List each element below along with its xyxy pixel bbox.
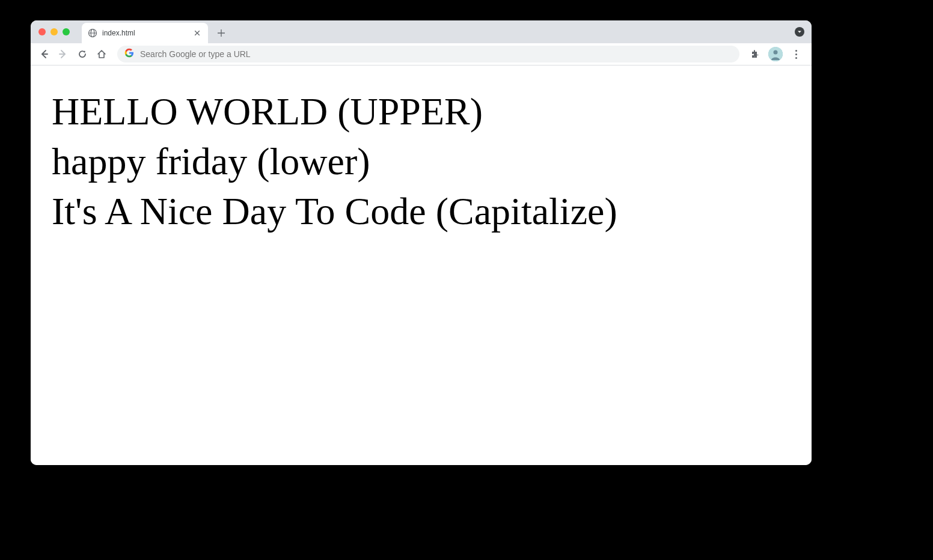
extensions-button[interactable]	[747, 46, 763, 62]
toolbar	[31, 43, 812, 65]
browser-tab[interactable]: index.html	[82, 23, 208, 43]
titlebar: index.html	[31, 20, 812, 43]
minimize-window-button[interactable]	[50, 28, 58, 35]
close-tab-button[interactable]	[192, 28, 202, 38]
heading-capitalize: It's A Nice Day To Code (Capitalize)	[52, 186, 791, 236]
heading-lower: happy friday (lower)	[52, 136, 791, 186]
home-button[interactable]	[93, 46, 110, 62]
titlebar-right	[795, 27, 804, 37]
reload-button[interactable]	[74, 46, 91, 62]
heading-upper: HELLO WORLD (UPPER)	[52, 87, 791, 136]
chrome-menu-button[interactable]	[788, 46, 804, 62]
url-input[interactable]	[140, 49, 732, 59]
browser-window: index.html	[31, 20, 812, 465]
maximize-window-button[interactable]	[63, 28, 70, 35]
globe-icon	[88, 28, 97, 38]
new-tab-button[interactable]	[213, 25, 230, 41]
window-controls	[31, 28, 70, 35]
tab-search-button[interactable]	[795, 27, 804, 37]
forward-button[interactable]	[55, 46, 72, 62]
address-bar[interactable]	[117, 46, 739, 62]
google-icon	[124, 48, 134, 60]
back-button[interactable]	[35, 46, 52, 62]
close-window-button[interactable]	[38, 28, 46, 35]
tab-title: index.html	[102, 29, 188, 37]
page-content: HELLO WORLD (UPPER) happy friday (lower)…	[31, 65, 812, 465]
profile-avatar-button[interactable]	[768, 47, 783, 61]
tab-strip: index.html	[82, 20, 230, 43]
toolbar-right	[747, 46, 807, 62]
svg-point-10	[774, 50, 778, 55]
